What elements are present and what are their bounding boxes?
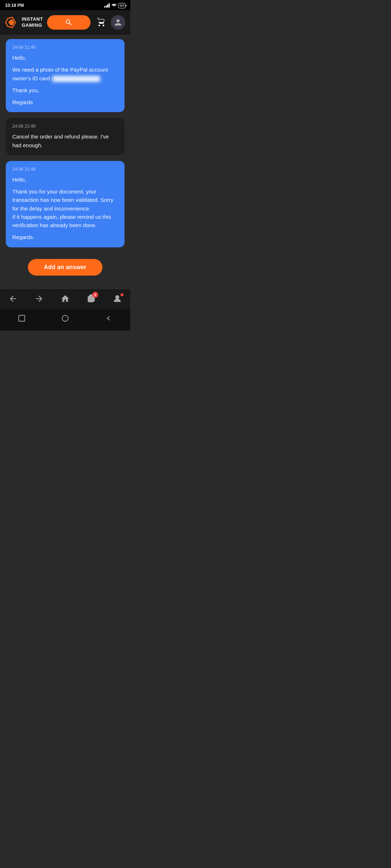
message-1: 24-06 21:46 Hello, We need a photo of th… [6,39,125,112]
instant-gaming-logo [5,16,18,29]
status-bar: 10:18 PM 64 [0,0,130,10]
redacted-text: ██████████████ [51,75,101,82]
logo-area: INSTANT GAMING [5,16,43,29]
status-time: 10:18 PM [5,3,24,8]
profile-button[interactable] [111,15,125,30]
chat-container: 24-06 21:46 Hello, We need a photo of th… [0,35,130,289]
profile-notification-dot [121,293,123,296]
add-answer-button[interactable]: Add an answer [28,259,102,276]
bottom-nav: 3 [0,289,130,309]
add-answer-area: Add an answer [6,253,125,284]
msg3-timestamp: 24-06 21:49 [12,167,118,172]
wifi-icon [112,3,117,8]
message-3: 24-06 21:49 Hello, Thank you for your do… [6,161,125,247]
sys-nav-back-button[interactable] [97,313,120,326]
nav-forward-button[interactable] [31,293,47,305]
nav-tabs-button[interactable]: 3 [83,293,100,305]
nav-back-button[interactable] [5,293,21,305]
logo-text: INSTANT GAMING [22,16,43,29]
battery-icon: 64 [118,3,125,8]
svg-point-5 [62,315,68,321]
nav-home-button[interactable] [57,293,73,305]
svg-point-3 [116,295,119,299]
msg1-timestamp: 24-06 21:46 [12,45,118,50]
signal-icon [104,3,110,8]
sys-nav-recent-button[interactable] [10,313,33,326]
status-icons: 64 [104,3,125,8]
msg1-text: Hello, We need a photo of the PayPal acc… [12,54,118,106]
tabs-badge: 3 [92,292,98,298]
msg2-timestamp: 24-06 21:48 [12,124,118,129]
search-icon [65,18,73,26]
msg2-text: Cancel the order and refund please. I've… [12,132,118,149]
msg3-text: Hello, Thank you for your document, your… [12,175,118,242]
sys-nav-home-button[interactable] [54,313,76,326]
message-2: 24-06 21:48 Cancel the order and refund … [6,118,125,155]
search-button[interactable] [47,15,91,30]
header-actions [95,15,125,30]
svg-marker-1 [8,19,14,26]
header: INSTANT GAMING [0,10,130,35]
cart-button[interactable] [95,16,108,30]
svg-rect-4 [19,315,25,321]
system-nav [0,309,130,331]
nav-profile-button[interactable] [109,293,126,305]
